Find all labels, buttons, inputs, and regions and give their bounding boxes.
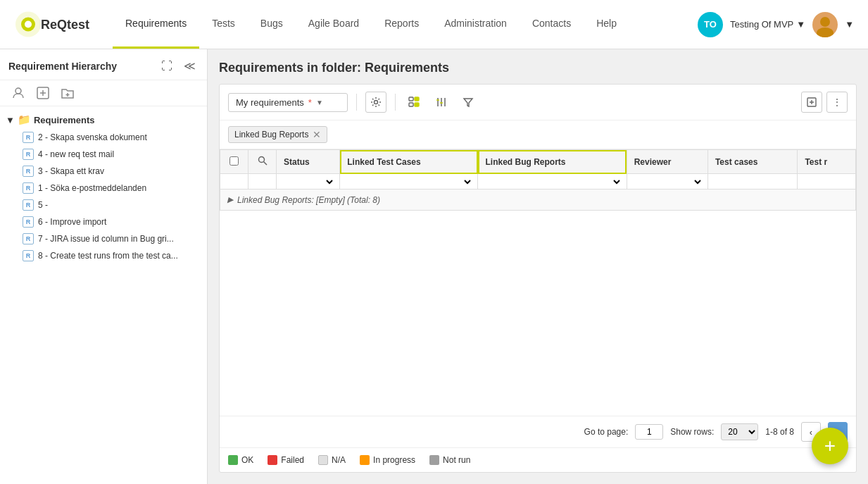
legend-na-label: N/A [332, 455, 346, 465]
group-row: ▶ Linked Bug Reports: [Empty] (Total: 8) [220, 190, 856, 211]
user-initials-badge: TO [698, 12, 723, 37]
export-icon-btn[interactable] [801, 92, 822, 113]
filter-asterisk: * [308, 97, 312, 108]
svg-point-5 [817, 27, 834, 37]
tree-root-label: Requirements [34, 115, 95, 125]
tree-item-1[interactable]: R 1 - Söka e-postmeddelanden [0, 180, 207, 197]
nav-administration[interactable]: Administration [432, 0, 520, 49]
tree-item-label: 6 - Improve import [38, 217, 106, 227]
tree-item-5[interactable]: R 5 - [0, 197, 207, 213]
nav-requirements[interactable]: Requirements [113, 0, 199, 49]
tree-item-label: 3 - Skapa ett krav [38, 166, 104, 176]
group-expand-cell[interactable]: ▶ Linked Bug Reports: [Empty] (Total: 8) [220, 190, 856, 211]
filter-status-cell[interactable] [277, 174, 340, 190]
legend-failed: Failed [268, 455, 304, 465]
sidebar: Requirement Hierarchy ⛶ ≪ ▼ 📁 Requiremen… [0, 49, 208, 484]
svg-point-12 [375, 101, 378, 104]
th-status: Status [277, 150, 340, 174]
filter-dropdown[interactable]: My requirements * ▼ [228, 93, 348, 112]
collapse-sidebar-icon[interactable]: ≪ [181, 58, 199, 74]
nav-help[interactable]: Help [584, 0, 629, 49]
more-options-icon-btn[interactable]: ⋮ [826, 92, 848, 113]
avatar-dropdown-chevron[interactable]: ▼ [845, 19, 854, 30]
select-all-checkbox[interactable] [229, 156, 239, 166]
tree-item-6[interactable]: R 6 - Improve import [0, 213, 207, 230]
filter-reviewer-cell[interactable] [627, 174, 707, 190]
sidebar-header-icons: ⛶ ≪ [158, 58, 199, 74]
column-config-icon-btn[interactable] [431, 92, 452, 113]
nav-contacts[interactable]: Contacts [520, 0, 584, 49]
tree-item-label: 2 - Skapa svenska dokument [38, 132, 147, 142]
sidebar-add-icon[interactable] [34, 85, 52, 101]
nav-reports[interactable]: Reports [372, 0, 432, 49]
table-wrapper[interactable]: Status Linked Test Cases Linked Bug Repo… [220, 149, 856, 416]
table-header-row: Status Linked Test Cases Linked Bug Repo… [220, 150, 856, 174]
svg-line-26 [263, 162, 267, 166]
sidebar-folder-add-icon[interactable] [58, 85, 77, 101]
th-search [249, 150, 277, 174]
nav-bugs[interactable]: Bugs [248, 0, 296, 49]
group-icon-btn[interactable] [404, 92, 425, 113]
legend-na-dot [318, 455, 328, 465]
legend-na: N/A [318, 455, 346, 465]
collapse-arrow[interactable]: ▼ [6, 115, 15, 125]
sidebar-toolbar [0, 80, 207, 106]
user-avatar[interactable] [812, 12, 838, 37]
filter-checkbox-cell [220, 174, 249, 190]
tree-item-8[interactable]: R 8 - Create test runs from the test ca.… [0, 247, 207, 264]
th-reviewer: Reviewer [627, 150, 707, 174]
reviewer-filter-select[interactable] [631, 177, 703, 187]
sidebar-user-icon[interactable] [8, 85, 28, 101]
svg-text:ReQtest: ReQtest [41, 18, 89, 32]
legend-in-progress-dot [360, 455, 370, 465]
filter-testr-cell [798, 174, 856, 190]
rows-per-page-select[interactable]: 10 20 50 100 [721, 423, 758, 440]
sidebar-tree: ▼ 📁 Requirements R 2 - Skapa svenska dok… [0, 106, 207, 484]
page-range-label: 1-8 of 8 [765, 427, 794, 437]
main-layout: Requirement Hierarchy ⛶ ≪ ▼ 📁 Requiremen… [0, 49, 868, 484]
page-number-input[interactable] [635, 424, 663, 440]
content-area: Requirements in folder: Requirements My … [208, 49, 868, 484]
toolbar-separator-2 [395, 94, 396, 111]
user-name-label: Testing Of MVP [730, 19, 793, 30]
tree-item-2[interactable]: R 2 - Skapa svenska dokument [0, 129, 207, 146]
settings-icon-btn[interactable] [365, 92, 386, 113]
linked-tc-filter-select[interactable] [344, 177, 473, 187]
tree-item-3[interactable]: R 3 - Skapa ett krav [0, 163, 207, 180]
filter-dropdown-label: My requirements [236, 97, 304, 108]
logo[interactable]: ReQtest [14, 8, 92, 40]
filter-icon-btn[interactable] [458, 92, 479, 113]
svg-rect-15 [415, 97, 419, 101]
filter-linked-br-cell[interactable] [478, 174, 627, 190]
user-name-dropdown[interactable]: Testing Of MVP ▼ [730, 19, 805, 30]
user-dropdown-chevron[interactable]: ▼ [796, 19, 805, 30]
linked-br-filter-select[interactable] [482, 177, 622, 187]
req-icon: R [23, 182, 34, 194]
filter-tag-close-icon[interactable]: ✕ [313, 129, 321, 140]
th-test-cases: Test cases [707, 150, 797, 174]
status-filter-select[interactable] [281, 177, 335, 187]
legend-in-progress-label: In progress [373, 455, 415, 465]
legend-ok-dot [228, 455, 238, 465]
filter-tags: Linked Bug Reports ✕ [220, 120, 856, 149]
svg-point-4 [820, 17, 830, 27]
tree-root-requirements[interactable]: ▼ 📁 Requirements [0, 111, 207, 129]
nav-tests[interactable]: Tests [199, 0, 248, 49]
top-navigation: ReQtest Requirements Tests Bugs Agile Bo… [0, 0, 868, 49]
legend-failed-dot [268, 455, 277, 465]
filter-linked-tc-cell[interactable] [340, 174, 478, 190]
expand-icon[interactable]: ⛶ [158, 58, 175, 74]
svg-point-6 [15, 88, 21, 94]
fab-add-button[interactable]: + [812, 428, 848, 464]
nav-links: Requirements Tests Bugs Agile Board Repo… [113, 0, 698, 49]
req-icon: R [23, 233, 34, 244]
tree-item-4[interactable]: R 4 - new req test mail [0, 146, 207, 163]
nav-agile-board[interactable]: Agile Board [296, 0, 372, 49]
legend-bar: OK Failed N/A In progress Not run [220, 447, 856, 472]
tree-item-7[interactable]: R 7 - JIRA issue id column in Bug gri... [0, 230, 207, 247]
group-expand-btn[interactable]: ▶ Linked Bug Reports: [Empty] (Total: 8) [227, 195, 380, 205]
page-title: Requirements in folder: Requirements [219, 61, 857, 75]
th-test-r: Test r [798, 150, 856, 174]
req-icon: R [23, 149, 34, 160]
th-checkbox[interactable] [220, 150, 249, 174]
